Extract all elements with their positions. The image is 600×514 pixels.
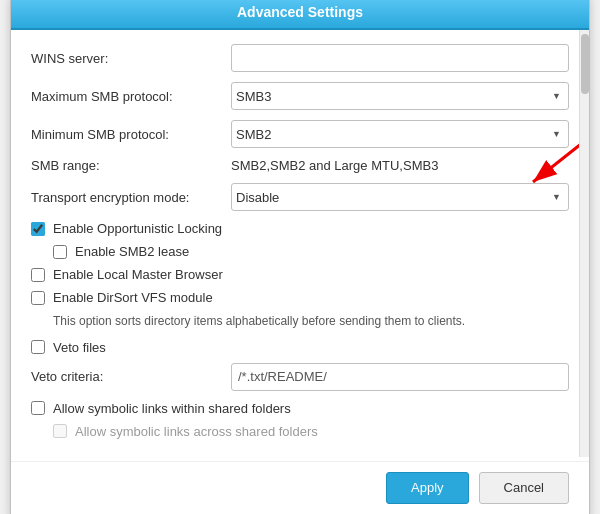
veto-files-label[interactable]: Veto files [53, 340, 106, 355]
min-smb-select-wrapper: SMB1 SMB2 SMB3 [231, 120, 569, 148]
dialog-footer: Apply Cancel [11, 461, 589, 514]
min-smb-label: Minimum SMB protocol: [31, 127, 231, 142]
veto-criteria-label: Veto criteria: [31, 369, 231, 384]
smb-range-row: SMB range: SMB2,SMB2 and Large MTU,SMB3 [31, 158, 569, 173]
allow-symlinks-across-label: Allow symbolic links across shared folde… [75, 424, 318, 439]
enable-opportunistic-label[interactable]: Enable Opportunistic Locking [53, 221, 222, 236]
apply-button[interactable]: Apply [386, 472, 469, 504]
enable-local-master-row: Enable Local Master Browser [31, 267, 569, 282]
smb-range-label: SMB range: [31, 158, 231, 173]
wins-server-input[interactable] [231, 44, 569, 72]
cancel-button[interactable]: Cancel [479, 472, 569, 504]
enable-local-master-label[interactable]: Enable Local Master Browser [53, 267, 223, 282]
dirsort-info-text: This option sorts directory items alphab… [31, 313, 569, 330]
allow-symlinks-across-row: Allow symbolic links across shared folde… [31, 424, 569, 439]
allow-symlinks-label[interactable]: Allow symbolic links within shared folde… [53, 401, 291, 416]
allow-symlinks-across-checkbox[interactable] [53, 424, 67, 438]
transport-encryption-select-wrapper: Disable If client agrees Required [231, 183, 569, 211]
enable-dirsort-row: Enable DirSort VFS module [31, 290, 569, 305]
dialog-body: WINS server: Maximum SMB protocol: SMB1 … [11, 30, 589, 457]
wins-server-row: WINS server: [31, 44, 569, 72]
smb-range-value: SMB2,SMB2 and Large MTU,SMB3 [231, 158, 569, 173]
enable-smb2-lease-row: Enable SMB2 lease [31, 244, 569, 259]
min-smb-select[interactable]: SMB1 SMB2 SMB3 [231, 120, 569, 148]
enable-local-master-checkbox[interactable] [31, 268, 45, 282]
allow-symlinks-row: Allow symbolic links within shared folde… [31, 401, 569, 416]
enable-dirsort-label[interactable]: Enable DirSort VFS module [53, 290, 213, 305]
enable-smb2-lease-checkbox[interactable] [53, 245, 67, 259]
max-smb-select[interactable]: SMB1 SMB2 SMB3 [231, 82, 569, 110]
transport-encryption-label: Transport encryption mode: [31, 190, 231, 205]
max-smb-label: Maximum SMB protocol: [31, 89, 231, 104]
veto-criteria-input[interactable] [231, 363, 569, 391]
scrollbar-thumb [581, 34, 589, 94]
wins-server-control [231, 44, 569, 72]
veto-files-checkbox[interactable] [31, 340, 45, 354]
transport-encryption-select[interactable]: Disable If client agrees Required [231, 183, 569, 211]
max-smb-row: Maximum SMB protocol: SMB1 SMB2 SMB3 [31, 82, 569, 110]
transport-encryption-row: Transport encryption mode: Disable If cl… [31, 183, 569, 211]
enable-dirsort-checkbox[interactable] [31, 291, 45, 305]
min-smb-row: Minimum SMB protocol: SMB1 SMB2 SMB3 [31, 120, 569, 148]
enable-opportunistic-checkbox[interactable] [31, 222, 45, 236]
allow-symlinks-checkbox[interactable] [31, 401, 45, 415]
dialog-header: Advanced Settings [11, 0, 589, 30]
scrollbar[interactable] [579, 30, 589, 457]
veto-files-row: Veto files [31, 340, 569, 355]
max-smb-select-wrapper: SMB1 SMB2 SMB3 [231, 82, 569, 110]
wins-server-label: WINS server: [31, 51, 231, 66]
advanced-settings-dialog: Advanced Settings WINS server: Maximum S… [10, 0, 590, 514]
dialog-title: Advanced Settings [237, 4, 363, 20]
veto-criteria-control [231, 363, 569, 391]
enable-smb2-lease-label[interactable]: Enable SMB2 lease [75, 244, 189, 259]
enable-opportunistic-row: Enable Opportunistic Locking [31, 221, 569, 236]
veto-criteria-row: Veto criteria: [31, 363, 569, 391]
